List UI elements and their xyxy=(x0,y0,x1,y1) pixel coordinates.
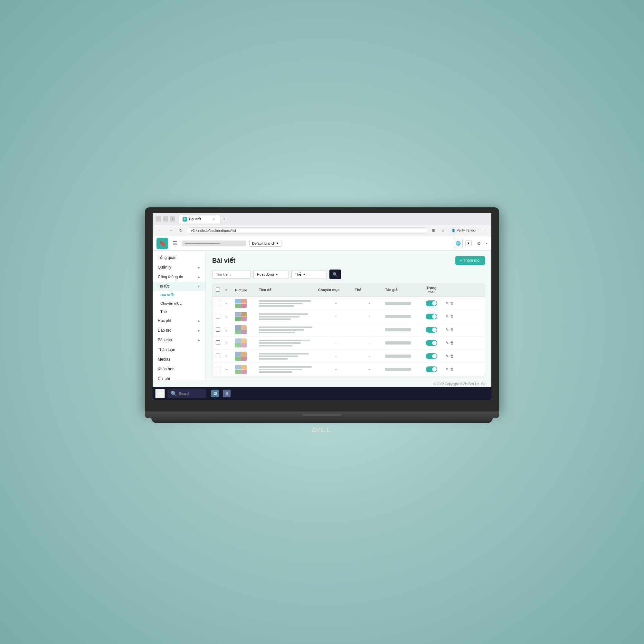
row-toggle-1[interactable] xyxy=(419,300,444,306)
tab-favicon: B xyxy=(183,217,187,222)
taskbar-app-2[interactable]: ⊞ xyxy=(222,388,232,399)
row-title-5 xyxy=(259,353,317,360)
breadcrumb-text: ────────────── xyxy=(185,241,220,245)
add-new-button[interactable]: + Thêm mới xyxy=(455,256,485,265)
globe-button[interactable]: 🌐 xyxy=(454,239,463,248)
row-title-1 xyxy=(259,300,317,307)
delete-icon-6[interactable]: 🗑 xyxy=(450,367,454,372)
sidebar-item-daotao[interactable]: Đào tạo ▶ xyxy=(153,326,205,335)
row-checkbox-4[interactable] xyxy=(216,340,224,346)
address-bar[interactable]: v3.kindle.io/backend/post/list xyxy=(187,227,427,234)
status-toggle-3[interactable] xyxy=(426,327,437,333)
delete-icon-2[interactable]: 🗑 xyxy=(450,314,454,319)
sidebar-subitem-baiviet[interactable]: Bài viết xyxy=(153,291,205,299)
verify-icon: 👤 xyxy=(451,229,455,232)
sidebar-item-khoahoc[interactable]: Khóa học xyxy=(153,364,205,374)
taskbar-app-1[interactable]: 🖼 xyxy=(210,388,220,399)
status-filter[interactable]: Hoạt động ▾ xyxy=(253,270,289,279)
delete-icon-3[interactable]: 🗑 xyxy=(450,327,454,332)
row-toggle-6[interactable] xyxy=(419,366,444,372)
verify-button[interactable]: 👤 Verify it's you xyxy=(449,228,478,233)
new-tab-button[interactable]: + xyxy=(220,215,228,223)
browser-tab[interactable]: B Bài viết × xyxy=(178,214,220,223)
th-chuyenmuc: Chuyên mục xyxy=(318,288,354,292)
language-dropdown[interactable]: ▾ xyxy=(465,240,472,246)
delete-icon-1[interactable]: 🗑 xyxy=(450,301,454,306)
row-toggle-3[interactable] xyxy=(419,327,444,333)
row-author-4 xyxy=(385,341,417,345)
row-toggle-5[interactable] xyxy=(419,353,444,359)
status-toggle-6[interactable] xyxy=(426,366,437,372)
search-button[interactable]: 🔍 xyxy=(329,270,341,279)
row-checkbox-6[interactable] xyxy=(216,367,224,372)
settings-button[interactable]: ⚙ xyxy=(474,239,483,248)
tab-close-icon[interactable]: × xyxy=(212,217,216,222)
header-right: 🌐 ▾ ⚙ ▾ xyxy=(454,239,488,248)
branch-dropdown[interactable]: Default branch ▾ xyxy=(249,240,281,247)
edit-icon-3[interactable]: ✎ xyxy=(446,327,449,332)
sidebar-subitem-the[interactable]: Thẻ xyxy=(153,308,205,316)
close-button[interactable]: × xyxy=(170,216,175,222)
filter-bar: Hoạt động ▾ Thẻ ▾ 🔍 xyxy=(212,270,485,279)
tab-title: Bài viết xyxy=(189,217,201,221)
status-toggle-1[interactable] xyxy=(426,300,437,306)
edit-icon-6[interactable]: ✎ xyxy=(446,367,449,372)
refresh-button[interactable]: ↻ xyxy=(176,226,185,235)
sidebar-item-medias[interactable]: Medias xyxy=(153,355,205,364)
back-button[interactable]: ← xyxy=(156,226,164,235)
brand-logo: D∕LL xyxy=(145,423,499,437)
sidebar-item-tonquan[interactable]: Tổng quan xyxy=(153,253,205,262)
edit-icon-1[interactable]: ✎ xyxy=(446,301,449,306)
status-toggle-2[interactable] xyxy=(426,314,437,319)
taskbar-search[interactable]: 🔍 Search xyxy=(167,389,206,398)
delete-icon-4[interactable]: 🗑 xyxy=(450,341,454,345)
table-row: ≡ xyxy=(213,336,485,350)
row-checkbox-1[interactable] xyxy=(216,301,224,306)
status-toggle-5[interactable] xyxy=(426,353,437,359)
select-all-checkbox[interactable] xyxy=(216,288,220,292)
tag-chevron: ▾ xyxy=(303,272,305,277)
sidebar-subitem-chuyenmuc[interactable]: Chuyên mục xyxy=(153,299,205,308)
start-button[interactable]: ⊞ xyxy=(155,389,165,398)
forward-button[interactable]: → xyxy=(166,226,175,235)
row-checkbox-2[interactable] xyxy=(216,314,224,319)
search-input[interactable] xyxy=(212,270,251,279)
row-the-1: - xyxy=(355,301,384,306)
row-toggle-2[interactable] xyxy=(419,314,444,319)
row-the-3: - xyxy=(355,327,384,332)
row-toggle-4[interactable] xyxy=(419,340,444,346)
row-image-4 xyxy=(235,338,247,347)
sidebar-item-congthongtin[interactable]: Cổng thông tin ▶ xyxy=(153,272,205,282)
row-drag-4: ≡ xyxy=(225,341,234,345)
translate-icon[interactable]: ⊞ xyxy=(429,226,438,235)
status-toggle-4[interactable] xyxy=(426,340,437,346)
app-header: 🔖 ☰ ────────────── Default branch ▾ 🌐 ▾ xyxy=(153,236,491,251)
row-author-2 xyxy=(385,315,417,318)
row-checkbox-5[interactable] xyxy=(216,354,224,359)
row-chuyen-muc-4: - xyxy=(318,341,354,345)
page-header: Bài viết + Thêm mới xyxy=(212,256,485,265)
delete-icon-5[interactable]: 🗑 xyxy=(450,354,454,358)
laptop-base xyxy=(151,418,493,423)
hamburger-button[interactable]: ☰ xyxy=(171,239,178,248)
browser-menu-icon[interactable]: ⋮ xyxy=(480,226,488,235)
sidebar-item-baocao[interactable]: Báo cáo ▶ xyxy=(153,335,205,345)
row-checkbox-3[interactable] xyxy=(216,327,224,332)
minimize-button[interactable]: − xyxy=(156,216,161,222)
th-checkbox xyxy=(216,288,224,292)
edit-icon-4[interactable]: ✎ xyxy=(446,341,449,345)
sidebar-item-hocphi[interactable]: Học phí ▶ xyxy=(153,316,205,326)
tag-filter[interactable]: Thẻ ▾ xyxy=(291,270,327,279)
table-header: ≡ Picture Tiêu đề Chuyên mục Thẻ Tác giả… xyxy=(213,283,485,297)
edit-icon-5[interactable]: ✎ xyxy=(446,354,449,358)
sidebar-item-thaoluan[interactable]: Thảo luận xyxy=(153,345,205,355)
maximize-button[interactable]: □ xyxy=(163,216,168,222)
sidebar-item-quanly[interactable]: Quản lý ▶ xyxy=(153,262,205,272)
sidebar-item-tintuc[interactable]: Tin tức ▼ xyxy=(153,282,205,291)
app-content: 🔖 ☰ ────────────── Default branch ▾ 🌐 ▾ xyxy=(153,237,491,400)
search-placeholder: Search xyxy=(179,392,190,395)
tag-label: Thẻ xyxy=(295,272,301,277)
edit-icon-2[interactable]: ✎ xyxy=(446,314,449,319)
taskbar: ⊞ 🔍 Search 🖼 ⊞ xyxy=(153,387,491,400)
bookmark-icon[interactable]: ☆ xyxy=(439,226,447,235)
